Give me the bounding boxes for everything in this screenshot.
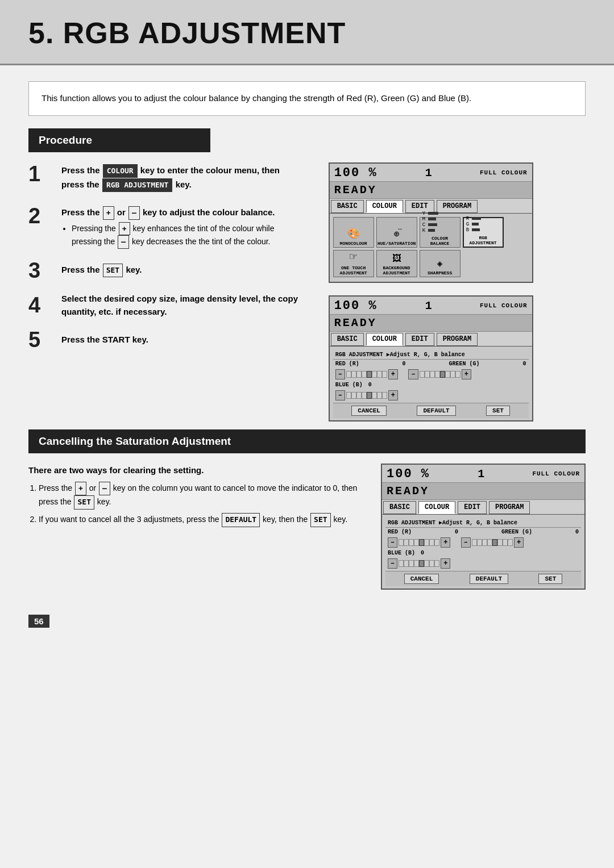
one-touch-icon[interactable]: ☞ ONE TOUCH ADJUSTMENT [333, 250, 374, 277]
lcd-percent-1: 100 % [334, 166, 377, 180]
blue-label-3: BLUE (B) [388, 550, 415, 556]
blue-minus-btn-3[interactable]: – [388, 558, 397, 569]
green-plus-btn[interactable]: + [462, 369, 471, 379]
default-key-cancel[interactable]: DEFAULT [222, 513, 260, 527]
cancel-body: There are two ways for clearing the sett… [28, 464, 586, 590]
green-label-3: GREEN (G) [501, 529, 532, 535]
blue-minus-btn[interactable]: – [335, 390, 345, 400]
lcd-top-bar-3: 100 % 1 FULL COLOUR [382, 465, 584, 483]
tab-basic-2[interactable]: BASIC [331, 333, 364, 346]
red-label-3: RED (R) [388, 529, 412, 535]
plus-key-step2[interactable]: + [103, 206, 114, 220]
lcd-tabs-2: BASIC COLOUR EDIT PROGRAM [330, 332, 532, 347]
lcd-tabs-3: BASIC COLOUR EDIT PROGRAM [382, 500, 584, 515]
blue-slider-track [346, 392, 387, 399]
lcd-ready-1: READY [330, 182, 532, 199]
step-5-row: 5 Press the START key. [28, 328, 312, 352]
minus-key-step2[interactable]: – [128, 206, 140, 220]
hand-cursor-icon: ☞ [350, 252, 357, 264]
default-btn-3[interactable]: DEFAULT [470, 574, 508, 584]
green-minus-btn[interactable]: – [408, 369, 418, 379]
lcd-num-2: 1 [425, 299, 432, 312]
tab-colour-3[interactable]: COLOUR [418, 501, 455, 514]
screens-column: 100 % 1 FULL COLOUR READY BASIC COLOUR E… [329, 162, 586, 422]
tab-basic-3[interactable]: BASIC [383, 501, 416, 514]
lcd-screen-1: 100 % 1 FULL COLOUR READY BASIC COLOUR E… [329, 162, 533, 283]
hue-saturation-icon[interactable]: ⊕ ↔ HUE/SATURATION [376, 217, 417, 248]
page: 5. RGB ADJUSTMENT This function allows y… [0, 0, 614, 868]
minus-key-cancel[interactable]: – [99, 482, 110, 496]
step-1-num: 1 [28, 162, 56, 186]
step-3-num: 3 [28, 259, 56, 283]
lcd-top-bar-1: 100 % 1 FULL COLOUR [330, 164, 532, 182]
green-label: GREEN (G) [449, 361, 480, 367]
sharpness-icon[interactable]: ◈ SHARPNESS [420, 250, 460, 277]
lcd-status-1: FULL COLOUR [480, 169, 528, 176]
step-5-num: 5 [28, 328, 56, 352]
red-minus-btn[interactable]: – [335, 369, 345, 379]
red-plus-btn[interactable]: + [388, 369, 398, 379]
cancel-section: Cancelling the Saturation Adjustment The… [28, 429, 586, 590]
step-1-row: 1 Press the COLOUR key to enter the colo… [28, 162, 312, 194]
lcd-screen-2: 100 % 1 FULL COLOUR READY BASIC COLOUR E… [329, 295, 533, 422]
default-btn-2[interactable]: DEFAULT [417, 406, 455, 416]
step-4-num: 4 [28, 294, 56, 318]
step-1-content: Press the COLOUR key to enter the colour… [61, 162, 300, 194]
blue-val-3: 0 [421, 550, 424, 556]
colour-balance-icon[interactable]: Y M C K COLOUR BALANCE [420, 217, 460, 248]
red-plus-btn-3[interactable]: + [441, 537, 450, 548]
tab-edit-3[interactable]: EDIT [458, 501, 487, 514]
lcd-status-3: FULL COLOUR [532, 470, 580, 477]
monocolour-icon[interactable]: 🎨 MONOCOLOUR [333, 217, 374, 248]
red-label: RED (R) [335, 361, 359, 367]
lcd-top-bar-2: 100 % 1 FULL COLOUR [330, 297, 532, 315]
step-5-content: Press the START key. [61, 332, 300, 348]
procedure-header: Procedure [28, 128, 210, 152]
background-adj-icon[interactable]: 🖼 BACKGROUND ADJUSTMENT [376, 250, 417, 277]
colour-key-1[interactable]: COLOUR [103, 164, 138, 178]
cancel-title: There are two ways for clearing the sett… [28, 464, 364, 477]
lcd-body-2: RGB ADJUSTMENT ▶Adjust R, G, B balance R… [330, 347, 532, 420]
lcd-percent-3: 100 % [387, 467, 430, 481]
set-key-cancel2[interactable]: SET [310, 513, 330, 527]
green-minus-btn-3[interactable]: – [461, 537, 471, 548]
set-btn-2[interactable]: SET [486, 406, 510, 416]
page-title: 5. RGB ADJUSTMENT [28, 16, 586, 50]
page-header: 5. RGB ADJUSTMENT [0, 0, 614, 65]
lcd-screen-3: 100 % 1 FULL COLOUR READY BASIC COLOUR E… [381, 464, 586, 590]
tab-colour-2[interactable]: COLOUR [366, 333, 403, 346]
blue-plus-btn[interactable]: + [388, 390, 398, 400]
page-number: 56 [28, 615, 49, 628]
set-btn-3[interactable]: SET [538, 574, 562, 584]
cancel-btn-2[interactable]: CANCEL [351, 406, 387, 416]
lcd-btn-row-3: CANCEL DEFAULT SET [385, 571, 581, 586]
cancel-item-1: Press the + or – key on the column you w… [39, 482, 364, 510]
red-val: 0 [403, 361, 406, 367]
set-key-step3[interactable]: SET [103, 264, 123, 277]
tab-basic-1[interactable]: BASIC [331, 200, 364, 213]
cancel-item-2: If you want to cancel all the 3 adjustme… [39, 513, 364, 527]
tab-edit-2[interactable]: EDIT [405, 333, 434, 346]
lcd-num-3: 1 [478, 468, 484, 481]
red-slider-track [346, 371, 387, 378]
rgb-adj-key[interactable]: RGB ADJUSTMENT [102, 178, 173, 192]
green-val-3: 0 [575, 529, 579, 535]
green-plus-btn-3[interactable]: + [514, 537, 524, 548]
plus-key-cancel[interactable]: + [75, 482, 86, 496]
green-slider-track [420, 371, 460, 378]
blue-plus-btn-3[interactable]: + [441, 558, 450, 569]
tab-program-2[interactable]: PROGRAM [437, 333, 478, 346]
step-3-row: 3 Press the SET key. [28, 259, 312, 283]
rgb-adjustment-icon[interactable]: R G B RGB ADJUSTMENT [463, 217, 504, 248]
cancel-section-header: Cancelling the Saturation Adjustment [28, 429, 586, 453]
red-slider-row-3: – + [385, 536, 581, 549]
cancel-btn-3[interactable]: CANCEL [404, 574, 439, 584]
set-key-cancel1[interactable]: SET [74, 495, 94, 510]
adj-label-3: RGB ADJUSTMENT ▶Adjust R, G, B balance [385, 518, 581, 528]
lcd-body-3: RGB ADJUSTMENT ▶Adjust R, G, B balance R… [382, 515, 584, 589]
red-slider-row: – + [333, 368, 529, 381]
tab-program-3[interactable]: PROGRAM [489, 501, 530, 514]
tab-colour-1[interactable]: COLOUR [366, 200, 403, 213]
lcd-ready-3: READY [382, 483, 584, 500]
red-minus-btn-3[interactable]: – [388, 537, 397, 548]
